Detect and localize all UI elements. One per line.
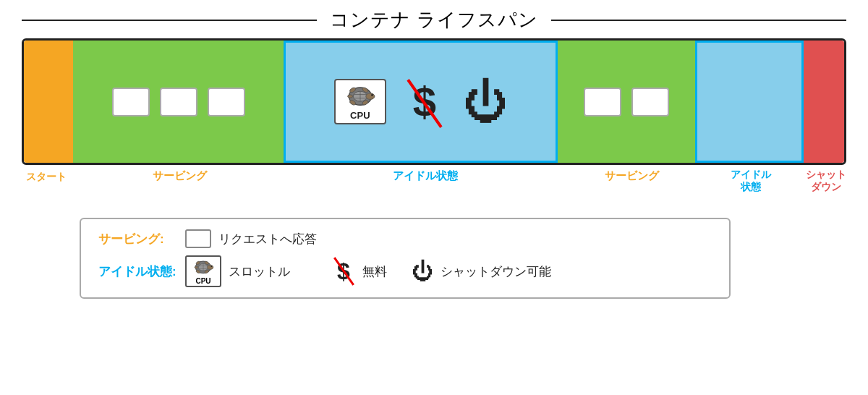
legend-box: サービング: リクエストへ応答 アイドル状態: bbox=[80, 218, 731, 299]
label-idle: アイドル状態 bbox=[283, 169, 567, 183]
svg-point-6 bbox=[371, 94, 373, 96]
legend-free-desc: 無料 bbox=[362, 263, 387, 280]
svg-point-18 bbox=[211, 266, 213, 267]
legend-idle-label: アイドル状態: bbox=[98, 263, 178, 280]
request-box-1 bbox=[112, 88, 150, 116]
page-title: コンテナ ライフスパン bbox=[317, 7, 551, 33]
segment-serving-left bbox=[73, 41, 284, 163]
label-idle-right: アイドル状態 bbox=[696, 169, 806, 193]
cpu-turtle-box: CPU bbox=[334, 79, 386, 124]
segment-start bbox=[24, 41, 73, 163]
legend-turtle-icon bbox=[190, 258, 216, 277]
legend-power-icon: ⏻ bbox=[412, 259, 433, 284]
legend-cpu-label: CPU bbox=[195, 277, 210, 285]
segment-shutdown bbox=[804, 41, 844, 163]
legend-serving-label: サービング: bbox=[98, 231, 178, 247]
legend-serving-desc: リクエストへ応答 bbox=[218, 231, 317, 247]
lifecycle-bar: CPU $ ⏻ bbox=[22, 38, 846, 165]
label-serving-right: サービング bbox=[567, 169, 696, 183]
legend-idle-row: アイドル状態: CPU スロッ bbox=[98, 255, 712, 287]
svg-point-23 bbox=[195, 266, 198, 268]
legend-req-box bbox=[185, 229, 211, 248]
title-row: コンテナ ライフスパン bbox=[22, 7, 846, 33]
dollar-no-icon: $ bbox=[404, 77, 446, 127]
title-line-right bbox=[551, 20, 846, 21]
svg-point-17 bbox=[207, 265, 213, 269]
segment-idle: CPU $ ⏻ bbox=[284, 41, 558, 163]
label-start: スタート bbox=[22, 169, 71, 183]
request-box-3 bbox=[208, 88, 245, 116]
turtle-icon bbox=[341, 83, 379, 111]
legend-cpu-desc: スロットル bbox=[229, 263, 290, 280]
segment-idle-right bbox=[695, 41, 804, 163]
cpu-label: CPU bbox=[350, 111, 370, 121]
legend-dollar-no-icon: $ bbox=[332, 258, 355, 285]
request-box-5 bbox=[631, 88, 669, 116]
svg-point-5 bbox=[366, 93, 375, 100]
power-icon: ⏻ bbox=[463, 80, 508, 124]
label-serving-left: サービング bbox=[71, 169, 283, 183]
legend-shutdown-desc: シャットダウン可能 bbox=[441, 263, 551, 280]
request-box-4 bbox=[584, 88, 621, 116]
labels-row: スタート サービング アイドル状態 サービング アイドル状態 シャットダウン bbox=[22, 169, 846, 206]
title-line-left bbox=[22, 20, 317, 21]
svg-point-11 bbox=[347, 95, 352, 98]
legend-cpu-box: CPU bbox=[185, 255, 221, 287]
segment-serving-right bbox=[558, 41, 695, 163]
label-shutdown: シャットダウン bbox=[806, 169, 846, 193]
request-box-2 bbox=[160, 88, 197, 116]
legend-serving-row: サービング: リクエストへ応答 bbox=[98, 229, 712, 248]
